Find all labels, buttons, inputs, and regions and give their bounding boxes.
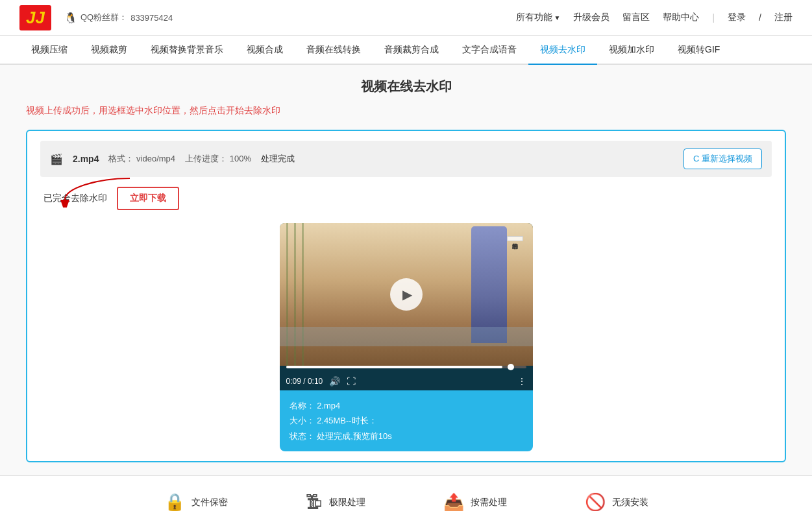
message-link[interactable]: 留言区	[622, 12, 650, 23]
header: JJ 🐧 QQ粉丝群： 833975424 所有功能 ▼ 升级会员 留言区 帮助…	[0, 0, 812, 36]
process-status: 处理完成	[261, 153, 295, 165]
chevron-down-icon: ▼	[554, 14, 561, 21]
feature-label-security: 文件保密	[191, 497, 228, 508]
file-info-bar: 🎬 2.mp4 格式： video/mp4 上传进度： 100% 处理完成 C …	[40, 141, 772, 177]
video-filename-line: 名称： 2.mp4	[289, 398, 523, 413]
feature-file-security: 🔒 文件保密	[164, 492, 228, 511]
format-label: 格式： video/mp4	[108, 153, 175, 165]
lock-icon: 🔒	[164, 492, 185, 511]
qq-group: 🐧 QQ粉丝群： 833975424	[64, 12, 173, 24]
video-card: 智慧的小书坛 ▶ 0:09	[280, 223, 533, 451]
arrow-icon	[58, 175, 136, 208]
nav-text-to-speech[interactable]: 文字合成语音	[450, 36, 528, 64]
video-size-line: 大小： 2.45MB--时长：	[289, 413, 523, 428]
page-title: 视频在线去水印	[26, 78, 786, 95]
fullscreen-icon[interactable]: ⛶	[347, 376, 356, 386]
progress-bar[interactable]	[286, 366, 526, 368]
video-preview[interactable]: 智慧的小书坛 ▶	[280, 223, 533, 366]
time-display: 0:09 / 0:10	[286, 377, 323, 386]
nav-video-compose[interactable]: 视频合成	[235, 36, 295, 64]
nav-video-crop[interactable]: 视频裁剪	[79, 36, 139, 64]
nav-audio-crop[interactable]: 音频裁剪合成	[373, 36, 450, 64]
water-element	[280, 327, 533, 346]
feature-on-demand: 📤 按需处理	[443, 492, 507, 511]
all-features-link[interactable]: 所有功能 ▼	[516, 12, 561, 23]
slash-divider: /	[759, 12, 761, 23]
upgrade-link[interactable]: 升级会员	[573, 12, 609, 23]
video-controls: 0:09 / 0:10 🔊 ⛶ ⋮	[280, 372, 533, 390]
qq-icon: 🐧	[64, 12, 77, 24]
login-link[interactable]: 登录	[728, 12, 746, 23]
feature-label-noinstall: 无须安装	[612, 497, 648, 508]
nav-add-watermark[interactable]: 视频加水印	[597, 36, 666, 64]
play-icon: ▶	[402, 287, 412, 302]
reselect-video-button[interactable]: C 重新选择视频	[683, 149, 762, 169]
compress-icon: 🗜	[306, 492, 323, 511]
nav-remove-watermark[interactable]: 视频去水印	[528, 36, 597, 65]
no-install-icon: 🚫	[585, 492, 606, 511]
video-card-container: 智慧的小书坛 ▶ 0:09	[40, 223, 772, 451]
header-right: 所有功能 ▼ 升级会员 留言区 帮助中心 | 登录 / 注册	[516, 12, 793, 23]
help-link[interactable]: 帮助中心	[663, 12, 699, 23]
character-figure	[471, 226, 507, 343]
divider: |	[712, 12, 715, 23]
logo: JJ	[19, 5, 51, 30]
feature-label-extreme: 极限处理	[329, 497, 365, 508]
video-state-line: 状态： 处理完成,预览前10s	[289, 429, 523, 444]
main-nav: 视频压缩 视频裁剪 视频替换背景音乐 视频合成 音频在线转换 音频裁剪合成 文字…	[0, 36, 812, 65]
nav-video-bg-music[interactable]: 视频替换背景音乐	[139, 36, 235, 64]
play-button[interactable]: ▶	[390, 278, 423, 311]
feature-extreme-processing: 🗜 极限处理	[306, 492, 365, 511]
nav-audio-convert[interactable]: 音频在线转换	[295, 36, 373, 64]
volume-icon[interactable]: 🔊	[329, 376, 340, 386]
progress-bar-container	[280, 366, 533, 372]
feature-label-demand: 按需处理	[471, 497, 507, 508]
video-file-icon: 🎬	[50, 153, 63, 165]
register-link[interactable]: 注册	[774, 12, 793, 23]
qq-number: 833975424	[130, 13, 173, 23]
sign-watermark: 智慧的小书坛	[507, 236, 523, 241]
nav-video-to-gif[interactable]: 视频转GIF	[666, 36, 732, 64]
upload-icon: 📤	[443, 492, 464, 511]
nav-video-compress[interactable]: 视频压缩	[19, 36, 79, 64]
video-info: 名称： 2.mp4 大小： 2.45MB--时长： 状态： 处理完成,预览前10…	[280, 390, 533, 451]
progress-fill	[286, 366, 502, 368]
status-row: 已完全去除水印 立即下载	[40, 187, 772, 210]
feature-no-install: 🚫 无须安装	[585, 492, 648, 511]
filename: 2.mp4	[73, 154, 99, 164]
page-subtitle: 视频上传成功后，用选框选中水印位置，然后点击开始去除水印	[26, 105, 786, 117]
upload-progress: 上传进度： 100%	[185, 153, 251, 165]
main-content: 视频在线去水印 视频上传成功后，用选框选中水印位置，然后点击开始去除水印 🎬 2…	[0, 65, 812, 475]
content-box: 🎬 2.mp4 格式： video/mp4 上传进度： 100% 处理完成 C …	[26, 130, 786, 462]
features-bar: 🔒 文件保密 🗜 极限处理 📤 按需处理 🚫 无须安装	[0, 475, 812, 511]
progress-dot	[508, 364, 514, 370]
qq-label: QQ粉丝群：	[80, 12, 127, 23]
more-options-icon[interactable]: ⋮	[517, 376, 526, 386]
